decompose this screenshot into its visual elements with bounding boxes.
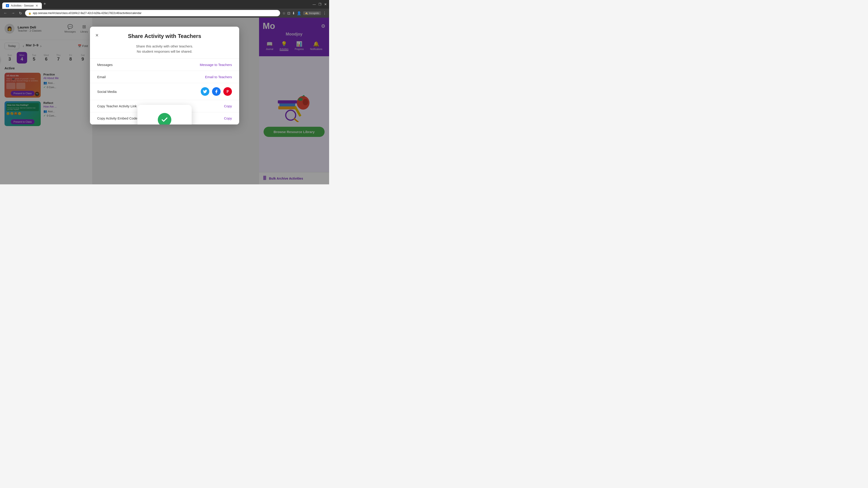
incognito-label: Incognito xyxy=(309,12,319,14)
sent-checkmark xyxy=(158,113,171,125)
reload-button[interactable]: ↻ xyxy=(18,10,23,16)
modal-close-button[interactable]: × xyxy=(95,32,98,38)
download-icon[interactable]: ⬇ xyxy=(292,11,295,15)
address-actions: ☆ ⊡ ⬇ 👤 🕵 Incognito ⋮ xyxy=(282,11,327,15)
lock-icon: 🔒 xyxy=(28,12,31,15)
copy-link-label: Copy Teacher Activity Link xyxy=(97,104,137,108)
modal-subtitle-line1: Share this activity with other teachers. xyxy=(136,44,193,48)
browser-tabs: S Activities - Seesaw ✕ + xyxy=(2,0,48,8)
social-media-label: Social Media xyxy=(97,90,117,94)
tab-title: Activities - Seesaw xyxy=(11,4,34,7)
share-activity-modal: × Share Activity with Teachers Share thi… xyxy=(90,27,239,125)
modal-row-email: Email Email to Teachers xyxy=(90,71,239,83)
close-btn[interactable]: ✕ xyxy=(324,2,327,6)
activity-sent-popup: Activity Sent! xyxy=(137,105,192,125)
address-bar: ← → ↻ 🔒 app.seesaw.me/#/class/class.e01b… xyxy=(0,8,329,18)
active-tab[interactable]: S Activities - Seesaw ✕ xyxy=(2,2,42,9)
tab-favicon: S xyxy=(6,4,9,7)
facebook-icon[interactable] xyxy=(212,87,221,96)
email-to-teachers-link[interactable]: Email to Teachers xyxy=(205,75,232,79)
pinterest-icon[interactable]: P xyxy=(223,87,232,96)
modal-title: Share Activity with Teachers xyxy=(97,33,232,39)
email-row-label: Email xyxy=(97,75,106,79)
social-icons: P xyxy=(201,87,232,96)
browser-chrome: S Activities - Seesaw ✕ + — ❐ ✕ xyxy=(0,0,329,8)
modal-row-social: Social Media P xyxy=(90,83,239,100)
twitter-icon[interactable] xyxy=(201,87,209,96)
copy-link-btn[interactable]: Copy xyxy=(224,104,232,108)
new-tab-button[interactable]: + xyxy=(42,2,48,6)
modal-subtitle: Share this activity with other teachers.… xyxy=(90,44,239,59)
forward-button[interactable]: → xyxy=(10,10,16,16)
tab-close-btn[interactable]: ✕ xyxy=(35,4,38,7)
message-to-teachers-link[interactable]: Message to Teachers xyxy=(200,63,232,67)
modal-header: × Share Activity with Teachers xyxy=(90,27,239,44)
copy-embed-label: Copy Activity Embed Code xyxy=(97,116,137,120)
maximize-btn[interactable]: ❐ xyxy=(318,2,321,6)
messages-row-label: Messages xyxy=(97,63,113,67)
extensions-icon[interactable]: ⊡ xyxy=(287,11,290,15)
incognito-icon: 🕵 xyxy=(305,12,308,15)
modal-subtitle-line2: No student responses will be shared. xyxy=(137,50,192,53)
modal-overlay[interactable]: × Share Activity with Teachers Share thi… xyxy=(0,18,329,184)
profile-icon[interactable]: 👤 xyxy=(297,11,301,15)
incognito-badge: 🕵 Incognito xyxy=(303,11,321,15)
window-controls: — ❐ ✕ xyxy=(313,2,327,6)
bookmark-icon[interactable]: ☆ xyxy=(282,11,285,15)
back-button[interactable]: ← xyxy=(3,10,8,16)
menu-icon[interactable]: ⋮ xyxy=(323,11,327,15)
modal-row-messages: Messages Message to Teachers xyxy=(90,59,239,71)
url-text: app.seesaw.me/#/class/class.e01bf4c2-9a2… xyxy=(33,11,277,15)
address-input[interactable]: 🔒 app.seesaw.me/#/class/class.e01bf4c2-9… xyxy=(25,10,280,16)
copy-embed-btn[interactable]: Copy xyxy=(224,116,232,120)
minimize-btn[interactable]: — xyxy=(313,2,316,6)
